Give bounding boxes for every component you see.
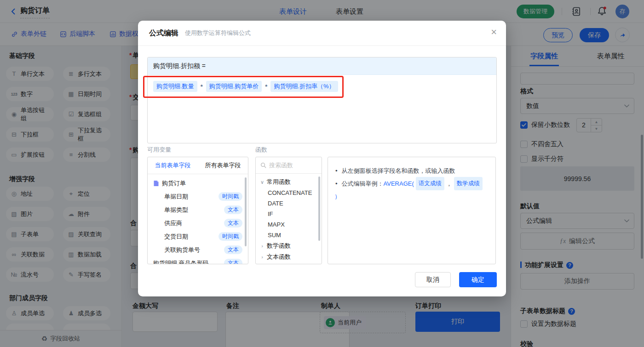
example-function-open: AVERAGE( — [384, 177, 414, 190]
confirm-button[interactable]: 确定 — [459, 272, 497, 287]
functions-label: 函数 — [255, 146, 267, 154]
close-icon[interactable]: × — [491, 27, 497, 37]
multiply-operator: * — [265, 83, 267, 90]
variable-type-badge: 时间戳 — [218, 192, 242, 201]
dialog-header: 公式编辑 使用数学运算符编辑公式 × — [138, 21, 506, 46]
variable-row[interactable]: 供应商文本 — [148, 216, 248, 230]
function-item[interactable]: SUM — [256, 230, 322, 240]
formula-token[interactable]: 购货明细.数量 — [153, 81, 197, 92]
chevron-right-icon: › — [260, 254, 264, 260]
functions-panel: ∨常用函数 CONCATENATE DATE IF MAPX SUM ›数学函数… — [255, 157, 322, 264]
formula-token[interactable]: 购货明细.购货单价 — [206, 81, 262, 92]
formula-editor: 购货明细.折扣额 = 购货明细.数量 * 购货明细.购货单价 * 购货明细.折扣… — [147, 57, 497, 143]
variable-type-badge: 文本 — [224, 245, 242, 254]
form-designer-app: 购货订单 表单设计 表单设置 数据管理 存 — [0, 0, 644, 347]
variable-row[interactable]: 交货日期时间戳 — [148, 230, 248, 243]
tab-all-form-fields[interactable]: 所有表单字段 — [198, 157, 248, 174]
variable-type-badge: 时间戳 — [218, 232, 242, 241]
function-group-common[interactable]: ∨常用函数 — [256, 176, 322, 188]
function-search-row — [256, 157, 322, 174]
function-item[interactable]: IF — [256, 209, 322, 219]
function-item[interactable]: CONCATENATE — [256, 188, 322, 198]
example-field-chip: 数学成绩 — [454, 177, 483, 190]
variable-type-badge: 文本 — [224, 259, 242, 264]
function-search-input[interactable] — [269, 162, 310, 169]
variable-row[interactable]: 购货明细.商品条形码文本 — [148, 256, 248, 264]
function-group-text[interactable]: ›文本函数 — [256, 251, 322, 262]
search-icon — [260, 162, 266, 168]
chevron-right-icon: › — [260, 243, 264, 249]
example-field-chip: 语文成绩 — [416, 177, 444, 190]
variable-row[interactable]: 关联购货单号文本 — [148, 243, 248, 256]
formula-token[interactable]: 购货明细.折扣率（%） — [270, 81, 338, 92]
formula-target: 购货明细.折扣额 = — [148, 57, 496, 75]
variable-type-badge: 文本 — [224, 205, 242, 214]
cancel-button[interactable]: 取消 — [415, 272, 451, 287]
tab-current-form-fields[interactable]: 当前表单字段 — [148, 157, 198, 174]
formula-edit-dialog: 公式编辑 使用数学运算符编辑公式 × 购货明细.折扣额 = 购货明细.数量 * … — [138, 21, 506, 296]
variable-name: 供应商 — [164, 219, 182, 228]
variable-row[interactable]: 单据日期时间戳 — [148, 190, 248, 203]
variables-tree-root-label: 购货订单 — [162, 179, 186, 188]
help-text: 公式编辑举例： — [342, 177, 384, 190]
variable-name: 单据类型 — [164, 206, 188, 214]
functions-scrollbar[interactable] — [318, 176, 320, 241]
function-group-label: 文本函数 — [267, 253, 291, 261]
multiply-operator: * — [201, 83, 203, 90]
variable-row[interactable]: 单据类型文本 — [148, 203, 248, 216]
example-comma: ， — [446, 177, 452, 190]
chevron-down-icon: ∨ — [260, 179, 264, 185]
variable-name: 交货日期 — [164, 233, 188, 241]
formula-input-area[interactable]: 购货明细.数量 * 购货明细.购货单价 * 购货明细.折扣率（%） — [148, 75, 496, 98]
function-group-label: 数学函数 — [267, 242, 291, 250]
function-item[interactable]: DATE — [256, 198, 322, 209]
help-bullet-1: 从左侧面板选择字段名和函数，或输入函数 — [334, 165, 489, 177]
variable-name: 购货明细.商品条形码 — [153, 259, 209, 265]
dialog-subtitle: 使用数学运算符编辑公式 — [185, 29, 251, 37]
variable-name: 关联购货单号 — [164, 246, 200, 254]
function-group-label: 常用函数 — [267, 178, 291, 186]
variables-tree-root[interactable]: 购货订单 — [148, 177, 248, 190]
variables-label: 可用变量 — [147, 146, 171, 154]
help-text: 从左侧面板选择字段名和函数，或输入函数 — [342, 165, 455, 177]
dialog-title: 公式编辑 — [149, 28, 178, 38]
variables-scrollbar[interactable] — [245, 177, 247, 246]
help-bullet-2: 公式编辑举例：AVERAGE(语文成绩，数学成绩） — [334, 177, 489, 203]
variables-tabs: 当前表单字段 所有表单字段 — [148, 157, 248, 174]
variable-name: 单据日期 — [164, 193, 188, 201]
variable-type-badge: 文本 — [224, 219, 242, 228]
form-doc-icon — [153, 180, 159, 187]
variables-panel: 当前表单字段 所有表单字段 购货订单 单据日期时间戳 单据类型文本 供应商文本 … — [147, 157, 248, 264]
example-function-close: ） — [334, 190, 340, 203]
function-item[interactable]: MAPX — [256, 219, 322, 230]
formula-help-panel: 从左侧面板选择字段名和函数，或输入函数 公式编辑举例：AVERAGE(语文成绩，… — [328, 157, 496, 264]
function-group-math[interactable]: ›数学函数 — [256, 240, 322, 251]
